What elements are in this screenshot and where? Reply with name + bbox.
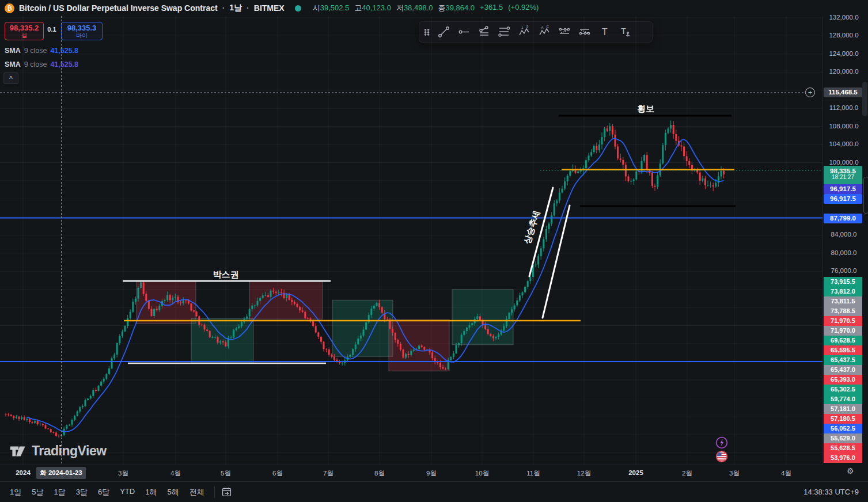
drawing-price-label: 57,181.0 [824, 404, 862, 414]
uptrend-line[interactable] [543, 206, 570, 318]
candle-body [98, 386, 100, 391]
candle-body [524, 287, 526, 292]
box-range-annotation[interactable]: 박스권 [213, 269, 239, 279]
timezone-clock[interactable]: 14:38:33 UTC+9 [803, 488, 863, 496]
candle-body [193, 310, 195, 311]
candle-body [257, 301, 259, 306]
candle-body [211, 337, 213, 338]
candle-body [13, 416, 14, 418]
candle-body [85, 400, 86, 406]
candle-body [437, 362, 438, 363]
panel-handle[interactable] [863, 177, 868, 214]
candle-body [79, 407, 81, 411]
range-button-1일[interactable]: 1일 [5, 485, 26, 499]
us-flag-event-icon[interactable] [715, 450, 728, 463]
candle-body [657, 176, 658, 187]
candle-body [328, 349, 330, 355]
drawing-price-label: 73,812.0 [824, 287, 862, 296]
candle-body [275, 292, 277, 293]
add-alert-plus-icon[interactable]: + [805, 88, 815, 97]
candle-body [453, 353, 454, 357]
lightning-event-icon[interactable] [715, 436, 728, 449]
price-tick-label: 104,000.0 [823, 140, 865, 147]
candle-body [52, 432, 54, 433]
candle-body [55, 432, 57, 435]
candle-body [315, 326, 317, 333]
price-tick-label: 132,000.0 [823, 14, 865, 21]
scrollbar-thumb[interactable] [862, 82, 867, 116]
candle-body [710, 185, 711, 185]
candle-body [82, 406, 84, 407]
candle-body [145, 294, 147, 301]
candle-body [58, 436, 60, 436]
candle-body [509, 313, 510, 319]
candle-body [421, 345, 423, 347]
sideways-annotation[interactable]: 횡보 [637, 104, 654, 113]
candle-body [342, 363, 343, 363]
candle-body [156, 309, 158, 310]
candle-body [249, 309, 251, 317]
candle-body [355, 344, 357, 349]
candle-body [357, 339, 359, 344]
range-button-전체[interactable]: 전체 [184, 485, 210, 499]
candle-body [628, 176, 630, 181]
candle-body [69, 425, 70, 425]
drawing-price-label: 73,788.5 [824, 306, 862, 316]
range-button-6달[interactable]: 6달 [93, 485, 115, 499]
price-chart[interactable]: 횡보박스권상승추세 [0, 0, 822, 465]
candle-body [479, 316, 481, 320]
divider [214, 486, 215, 498]
candle-body [712, 185, 714, 187]
red-zone-box [137, 282, 196, 324]
candle-body [180, 302, 181, 303]
go-to-date-button[interactable] [219, 485, 234, 499]
time-tick-label: 6월 [272, 469, 283, 478]
candle-body [29, 419, 31, 422]
time-tick-label: 2025 [628, 469, 643, 476]
candle-body [630, 181, 632, 181]
price-scale[interactable]: 115,468.5 98,335.5 18:21:27 96,917.5 96,… [822, 16, 868, 465]
candle-body [408, 354, 410, 355]
candle-body [715, 183, 717, 187]
range-button-YTD[interactable]: YTD [115, 485, 140, 499]
candle-body [201, 325, 203, 325]
candle-body [100, 382, 102, 386]
candle-body [238, 326, 240, 328]
candle-body [588, 155, 590, 160]
candle-body [373, 306, 375, 309]
range-button-5해[interactable]: 5해 [162, 485, 184, 499]
price-tick-label: 108,000.0 [823, 123, 865, 130]
candle-body [688, 161, 690, 165]
candle-body [164, 300, 166, 301]
candle-body [350, 355, 351, 357]
candle-body [410, 351, 412, 355]
candle-body [651, 173, 653, 185]
range-button-1달[interactable]: 1달 [48, 485, 70, 499]
tradingview-watermark[interactable]: TradingView [9, 443, 107, 459]
time-axis-settings-icon[interactable]: ⚙ [847, 466, 854, 476]
time-axis[interactable]: 화 2024-01-23 20243월4월5월6월7월8월9월10월11월12월… [0, 465, 822, 482]
green-zone-box [191, 318, 253, 363]
candle-body [439, 363, 441, 367]
drawing-price-label: 55,628.5 [824, 443, 862, 453]
candle-body [206, 329, 208, 330]
range-button-3달[interactable]: 3달 [71, 485, 93, 499]
candle-body [590, 152, 592, 155]
candle-body [699, 173, 701, 181]
candle-body [376, 303, 378, 306]
candle-body [16, 417, 17, 418]
tradingview-app: ₿ Bitcoin / US Dollar Perpetual Inverse … [0, 0, 868, 502]
candle-body [511, 309, 513, 313]
range-button-1해[interactable]: 1해 [140, 485, 162, 499]
line-price-label: 87,799.0 [824, 214, 862, 223]
candle-body [400, 344, 401, 349]
candle-body [95, 390, 97, 391]
drawing-price-label: 65,437.0 [824, 365, 862, 375]
candle-body [707, 185, 709, 186]
candle-body [185, 300, 187, 301]
candle-body [302, 310, 304, 311]
candle-body [365, 322, 367, 330]
candle-body [654, 186, 656, 187]
candle-body [423, 347, 425, 350]
range-button-5날[interactable]: 5날 [26, 485, 48, 499]
